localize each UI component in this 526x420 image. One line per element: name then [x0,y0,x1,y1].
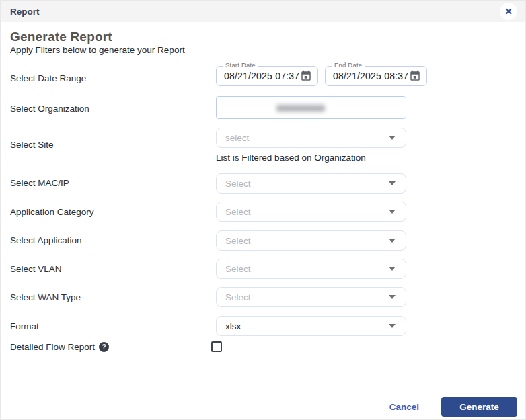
caret-down-icon [389,267,396,271]
application-label: Select Application [10,235,82,245]
close-button[interactable]: ✕ [500,3,517,20]
report-dialog: Report ✕ Generate Report Apply Filters b… [0,0,526,420]
calendar-icon[interactable] [409,70,421,82]
format-select[interactable]: xlsx [216,316,406,336]
start-date-float-label: Start Date [223,61,258,69]
wan-type-placeholder: Select [225,292,251,302]
help-icon[interactable]: ? [99,342,109,352]
site-placeholder: select [225,133,249,143]
caret-down-icon [389,324,396,328]
application-placeholder: Select [225,236,251,246]
application-select[interactable]: Select [216,230,406,251]
wan-type-label: Select WAN Type [10,292,81,302]
wan-type-select[interactable]: Select [216,287,406,307]
vlan-select[interactable]: Select [216,259,406,279]
app-category-select[interactable]: Select [216,202,406,222]
detailed-flow-report-checkbox[interactable] [211,341,222,352]
site-filter-note: List is Filtered based on Organization [216,153,366,163]
start-date-value: 08/21/2025 07:37 [224,71,300,81]
vlan-placeholder: Select [225,264,251,274]
mac-ip-placeholder: Select [225,179,251,189]
organization-input[interactable] [216,96,406,119]
caret-down-icon [389,295,396,299]
end-date-input[interactable]: End Date 08/21/2025 08:37 [325,66,427,86]
detailed-flow-label-row: Detailed Flow Report ? [10,342,109,352]
page-subtitle: Apply Filters below to generate your Rep… [10,45,185,55]
site-select[interactable]: select [216,128,406,148]
caret-down-icon [389,210,396,214]
dialog-header: Report ✕ [1,1,525,22]
end-date-float-label: End Date [332,61,365,69]
organization-label: Select Organization [10,103,89,114]
end-date-value: 08/21/2025 08:37 [333,71,409,81]
close-icon: ✕ [504,7,513,16]
mac-ip-select[interactable]: Select [216,173,406,194]
mac-ip-label: Select MAC/IP [10,178,69,188]
dialog-title: Report [10,7,40,17]
app-category-label: Application Category [10,207,94,217]
detailed-flow-label: Detailed Flow Report [10,342,95,352]
caret-down-icon [389,136,396,140]
format-label: Format [10,321,39,331]
caret-down-icon [389,181,396,185]
vlan-label: Select VLAN [10,264,62,274]
dialog-footer: Cancel Generate [1,397,525,417]
generate-button[interactable]: Generate [441,397,517,417]
site-label: Select Site [10,140,54,150]
date-range-label: Select Date Range [10,73,86,83]
calendar-icon[interactable] [300,70,312,82]
page-title: Generate Report [10,30,112,44]
caret-down-icon [389,239,396,243]
app-category-placeholder: Select [225,207,251,217]
format-value: xlsx [225,321,241,331]
cancel-button[interactable]: Cancel [389,402,419,412]
organization-value-redacted [276,105,325,112]
start-date-input[interactable]: Start Date 08/21/2025 07:37 [216,66,318,86]
